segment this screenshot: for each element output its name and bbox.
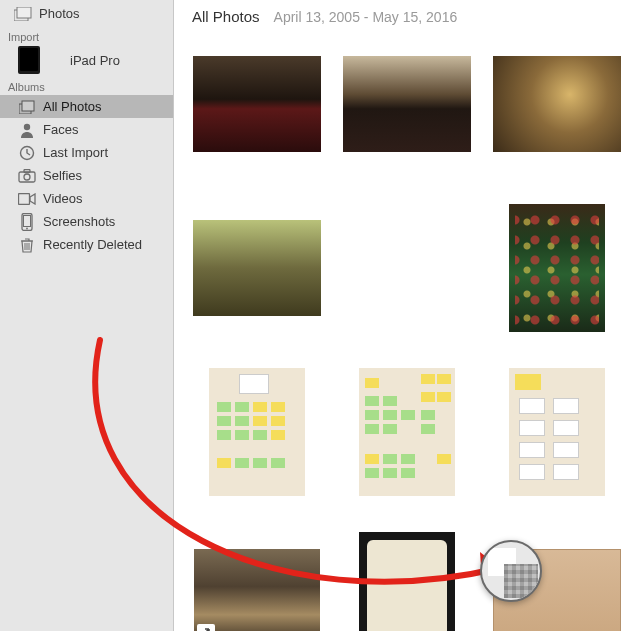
sidebar-item-label: Photos	[39, 6, 79, 21]
svg-rect-3	[22, 101, 34, 111]
ipad-icon	[18, 46, 40, 74]
phone-icon	[18, 213, 36, 231]
photo-grid	[192, 31, 622, 631]
sidebar-item-label: Selfies	[43, 168, 82, 183]
photo-thumbnail[interactable]	[342, 359, 472, 505]
photo-thumbnail[interactable]	[492, 359, 622, 505]
sidebar-item-label: All Photos	[43, 99, 102, 114]
sidebar-item-selfies[interactable]: Selfies	[0, 164, 173, 187]
svg-rect-7	[24, 169, 30, 172]
sidebar-item-label: Faces	[43, 122, 78, 137]
main-content: All Photos April 13, 2005 - May 15, 2016	[174, 0, 640, 631]
photo-thumbnail-empty	[342, 195, 472, 341]
sidebar-item-label: Recently Deleted	[43, 237, 142, 252]
photo-thumbnail[interactable]	[192, 195, 322, 341]
svg-rect-9	[19, 193, 30, 204]
page-title: All Photos	[192, 8, 260, 25]
trash-icon	[18, 236, 36, 254]
sidebar-item-label: Screenshots	[43, 214, 115, 229]
content-header: All Photos April 13, 2005 - May 15, 2016	[174, 0, 640, 31]
clock-icon	[18, 144, 36, 162]
sidebar-item-label: iPad Pro	[70, 53, 120, 68]
svg-rect-11	[24, 215, 31, 226]
svg-rect-1	[17, 7, 31, 18]
photo-thumbnail[interactable]	[192, 359, 322, 505]
sidebar-item-label: Last Import	[43, 145, 108, 160]
shortcut-badge-icon	[197, 624, 215, 631]
photo-grid-scroll[interactable]	[174, 31, 640, 631]
photo-thumbnail[interactable]	[342, 31, 472, 177]
photo-thumbnail[interactable]	[492, 31, 622, 177]
date-range: April 13, 2005 - May 15, 2016	[274, 9, 458, 25]
sidebar-section-albums: Albums	[0, 75, 173, 95]
photo-thumbnail[interactable]	[342, 523, 472, 631]
sidebar-device-ipad[interactable]: iPad Pro	[0, 45, 173, 75]
svg-point-8	[24, 174, 30, 180]
photo-thumbnail[interactable]	[492, 195, 622, 341]
photos-collection-icon	[14, 5, 32, 23]
sidebar-item-label: Videos	[43, 191, 83, 206]
camera-icon	[18, 167, 36, 185]
sidebar-section-import: Import	[0, 25, 173, 45]
sidebar-item-faces[interactable]: Faces	[0, 118, 173, 141]
sidebar-item-recently-deleted[interactable]: Recently Deleted	[0, 233, 173, 256]
sidebar-item-videos[interactable]: Videos	[0, 187, 173, 210]
photo-thumbnail[interactable]	[492, 523, 622, 631]
svg-point-4	[24, 123, 30, 129]
sidebar-item-photos[interactable]: Photos	[0, 2, 173, 25]
sidebar-item-last-import[interactable]: Last Import	[0, 141, 173, 164]
person-icon	[18, 121, 36, 139]
svg-point-12	[26, 227, 28, 229]
stack-icon	[18, 98, 36, 116]
photo-thumbnail[interactable]	[192, 523, 322, 631]
sidebar: Photos Import iPad Pro Albums All Photos…	[0, 0, 174, 631]
photo-thumbnail[interactable]	[192, 31, 322, 177]
sidebar-item-screenshots[interactable]: Screenshots	[0, 210, 173, 233]
sidebar-item-all-photos[interactable]: All Photos	[0, 95, 173, 118]
photos-app-window: Photos Import iPad Pro Albums All Photos…	[0, 0, 640, 631]
video-icon	[18, 190, 36, 208]
